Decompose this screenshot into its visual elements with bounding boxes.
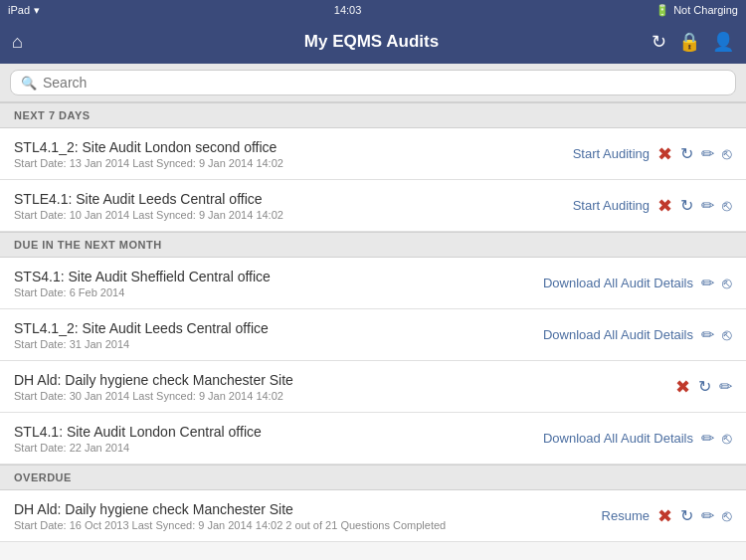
nav-left-actions: ⌂: [12, 32, 92, 53]
list-item-dh_ald_manchester_overdue: DH Ald: Daily hygiene check Manchester S…: [0, 490, 746, 542]
list-item-stle41_leeds: STLE4.1: Site Audit Leeds Central office…: [0, 180, 746, 232]
item-subtitle-sts41_sheffield: Start Date: 6 Feb 2014: [14, 286, 543, 298]
item-title-stl41_2_leeds: STL4.1_2: Site Audit Leeds Central offic…: [14, 320, 543, 336]
item-actions-dh_ald_manchester: ✖↻✏: [675, 376, 732, 398]
edit-icon-stl41_london_central[interactable]: ✏: [701, 429, 714, 448]
refresh-icon-stl41_2_london[interactable]: ↻: [680, 144, 693, 163]
share-icon-stle41_leeds[interactable]: ⎋: [722, 197, 732, 215]
nav-bar: ⌂ My EQMS Audits ↻ 🔒 👤: [0, 20, 746, 64]
share-icon-stl41_2_london[interactable]: ⎋: [722, 145, 732, 163]
share-icon-sts41_sheffield[interactable]: ⎋: [722, 275, 732, 292]
item-subtitle-stl41_2_leeds: Start Date: 31 Jan 2014: [14, 338, 543, 350]
user-icon[interactable]: 👤: [712, 31, 734, 53]
item-subtitle-dh_ald_manchester: Start Date: 30 Jan 2014 Last Synced: 9 J…: [14, 390, 675, 402]
item-info-stl41_2_london: STL4.1_2: Site Audit London second offic…: [14, 139, 573, 169]
item-subtitle-stl41_london_central: Start Date: 22 Jan 2014: [14, 442, 543, 454]
item-subtitle-stl41_2_london: Start Date: 13 Jan 2014 Last Synced: 9 J…: [14, 157, 573, 169]
action-label-stl41_2_leeds[interactable]: Download All Audit Details: [543, 327, 693, 342]
list-item-stl41_2_leeds: STL4.1_2: Site Audit Leeds Central offic…: [0, 309, 746, 361]
list-item-stl41_london_central: STL4.1: Site Audit London Central office…: [0, 413, 746, 465]
battery-label: Not Charging: [673, 4, 738, 16]
item-title-dh_ald_manchester: DH Ald: Daily hygiene check Manchester S…: [14, 372, 675, 388]
item-actions-stl41_london_central: Download All Audit Details✏⎋: [543, 429, 732, 448]
action-label-sts41_sheffield[interactable]: Download All Audit Details: [543, 276, 693, 290]
refresh-icon-dh_ald_manchester_overdue[interactable]: ↻: [680, 506, 693, 525]
refresh-icon[interactable]: ↻: [652, 31, 666, 53]
search-input-wrap[interactable]: 🔍: [10, 70, 736, 95]
edit-icon-dh_ald_manchester[interactable]: ✏: [719, 377, 732, 396]
item-info-stl41_london_central: STL4.1: Site Audit London Central office…: [14, 424, 543, 454]
item-actions-stl41_2_london: Start Auditing✖↻✏⎋: [573, 143, 732, 165]
delete-icon-dh_ald_manchester_overdue[interactable]: ✖: [657, 505, 672, 527]
wifi-icon: ▾: [34, 4, 40, 17]
list-item-stl41_2_london: STL4.1_2: Site Audit London second offic…: [0, 128, 746, 180]
share-icon-dh_ald_manchester_overdue[interactable]: ⎋: [722, 507, 732, 525]
action-label-stl41_london_central[interactable]: Download All Audit Details: [543, 431, 693, 446]
search-icon: 🔍: [21, 76, 37, 91]
share-icon-stl41_london_central[interactable]: ⎋: [722, 430, 732, 448]
status-left: iPad ▾: [8, 4, 40, 17]
item-title-sts41_sheffield: STS4.1: Site Audit Sheffield Central off…: [14, 269, 543, 284]
edit-icon-sts41_sheffield[interactable]: ✏: [701, 274, 714, 292]
search-input[interactable]: [43, 75, 725, 91]
delete-icon-stle41_leeds[interactable]: ✖: [657, 195, 672, 217]
item-actions-sts41_sheffield: Download All Audit Details✏⎋: [543, 274, 732, 292]
delete-icon-stl41_2_london[interactable]: ✖: [657, 143, 672, 165]
item-actions-stle41_leeds: Start Auditing✖↻✏⎋: [573, 195, 732, 217]
item-subtitle-dh_ald_manchester_overdue: Start Date: 16 Oct 2013 Last Synced: 9 J…: [14, 519, 602, 531]
item-info-dh_ald_manchester: DH Ald: Daily hygiene check Manchester S…: [14, 372, 675, 402]
item-info-stle41_leeds: STLE4.1: Site Audit Leeds Central office…: [14, 191, 573, 221]
action-label-stl41_2_london[interactable]: Start Auditing: [573, 146, 650, 161]
item-info-sts41_sheffield: STS4.1: Site Audit Sheffield Central off…: [14, 269, 543, 298]
delete-icon-dh_ald_manchester[interactable]: ✖: [675, 376, 690, 398]
section-header-dueNextMonth: DUE IN THE NEXT MONTH: [0, 232, 746, 258]
item-title-stl41_london_central: STL4.1: Site Audit London Central office: [14, 424, 543, 440]
edit-icon-stle41_leeds[interactable]: ✏: [701, 196, 714, 215]
item-title-dh_ald_manchester_overdue: DH Ald: Daily hygiene check Manchester S…: [14, 501, 602, 517]
content-area: NEXT 7 DAYSSTL4.1_2: Site Audit London s…: [0, 102, 746, 560]
section-header-overdue: OVERDUE: [0, 465, 746, 490]
battery-icon: 🔋: [655, 4, 669, 17]
search-bar: 🔍: [0, 64, 746, 102]
nav-title: My EQMS Audits: [92, 32, 652, 52]
item-actions-stl41_2_leeds: Download All Audit Details✏⎋: [543, 325, 732, 344]
item-subtitle-stle41_leeds: Start Date: 10 Jan 2014 Last Synced: 9 J…: [14, 209, 573, 221]
item-title-stle41_leeds: STLE4.1: Site Audit Leeds Central office: [14, 191, 573, 207]
item-info-stl41_2_leeds: STL4.1_2: Site Audit Leeds Central offic…: [14, 320, 543, 350]
status-time: 14:03: [334, 4, 362, 16]
status-ipad: iPad: [8, 4, 30, 16]
section-header-next7days: NEXT 7 DAYS: [0, 102, 746, 128]
refresh-icon-stle41_leeds[interactable]: ↻: [680, 196, 693, 215]
list-item-sts41_sheffield: STS4.1: Site Audit Sheffield Central off…: [0, 258, 746, 309]
home-icon[interactable]: ⌂: [12, 32, 23, 53]
edit-icon-stl41_2_london[interactable]: ✏: [701, 144, 714, 163]
lock-icon[interactable]: 🔒: [678, 31, 700, 53]
status-right: 🔋 Not Charging: [655, 4, 738, 17]
item-actions-dh_ald_manchester_overdue: Resume✖↻✏⎋: [602, 505, 732, 527]
action-label-stle41_leeds[interactable]: Start Auditing: [573, 198, 650, 213]
item-info-dh_ald_manchester_overdue: DH Ald: Daily hygiene check Manchester S…: [14, 501, 602, 531]
action-label-dh_ald_manchester_overdue[interactable]: Resume: [602, 508, 650, 523]
status-bar: iPad ▾ 14:03 🔋 Not Charging: [0, 0, 746, 20]
item-title-stl41_2_london: STL4.1_2: Site Audit London second offic…: [14, 139, 573, 155]
list-item-dh_ald_manchester: DH Ald: Daily hygiene check Manchester S…: [0, 361, 746, 413]
edit-icon-dh_ald_manchester_overdue[interactable]: ✏: [701, 506, 714, 525]
nav-right-actions: ↻ 🔒 👤: [652, 31, 734, 53]
refresh-icon-dh_ald_manchester[interactable]: ↻: [698, 377, 711, 396]
share-icon-stl41_2_leeds[interactable]: ⎋: [722, 326, 732, 344]
edit-icon-stl41_2_leeds[interactable]: ✏: [701, 325, 714, 344]
